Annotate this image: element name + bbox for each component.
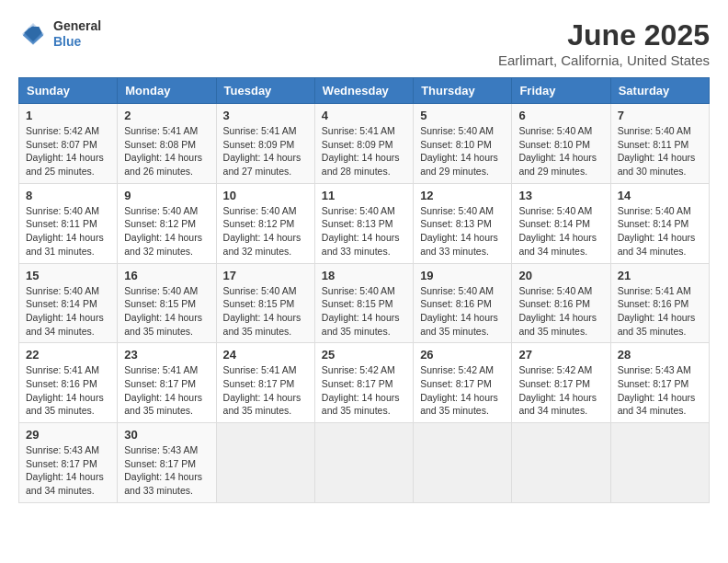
day-cell: 24Sunrise: 5:41 AM Sunset: 8:17 PM Dayli… [216, 343, 314, 423]
days-header-row: SundayMondayTuesdayWednesdayThursdayFrid… [19, 78, 710, 104]
calendar-subtitle: Earlimart, California, United States [498, 52, 710, 68]
day-info: Sunrise: 5:42 AM Sunset: 8:17 PM Dayligh… [322, 364, 400, 416]
day-cell: 7Sunrise: 5:40 AM Sunset: 8:11 PM Daylig… [610, 104, 709, 184]
day-info: Sunrise: 5:41 AM Sunset: 8:17 PM Dayligh… [124, 364, 202, 416]
day-number: 15 [26, 269, 110, 282]
day-number: 7 [618, 109, 702, 122]
day-info: Sunrise: 5:40 AM Sunset: 8:15 PM Dayligh… [223, 285, 301, 337]
day-info: Sunrise: 5:40 AM Sunset: 8:12 PM Dayligh… [223, 205, 301, 257]
day-number: 13 [518, 189, 603, 202]
day-cell: 18Sunrise: 5:40 AM Sunset: 8:15 PM Dayli… [314, 263, 413, 343]
day-cell: 2Sunrise: 5:41 AM Sunset: 8:08 PM Daylig… [118, 104, 216, 184]
day-cell: 6Sunrise: 5:40 AM Sunset: 8:10 PM Daylig… [512, 104, 610, 184]
day-cell: 14Sunrise: 5:40 AM Sunset: 8:14 PM Dayli… [610, 183, 709, 263]
day-info: Sunrise: 5:40 AM Sunset: 8:13 PM Dayligh… [322, 205, 400, 257]
day-cell: 13Sunrise: 5:40 AM Sunset: 8:14 PM Dayli… [512, 183, 610, 263]
day-info: Sunrise: 5:40 AM Sunset: 8:12 PM Dayligh… [124, 205, 202, 257]
svg-marker-3 [24, 27, 41, 41]
day-info: Sunrise: 5:42 AM Sunset: 8:17 PM Dayligh… [420, 364, 498, 416]
day-header-wednesday: Wednesday [314, 78, 413, 104]
day-info: Sunrise: 5:40 AM Sunset: 8:16 PM Dayligh… [420, 285, 498, 337]
day-number: 10 [223, 189, 308, 202]
day-cell: 4Sunrise: 5:41 AM Sunset: 8:09 PM Daylig… [314, 104, 413, 184]
week-row-1: 1Sunrise: 5:42 AM Sunset: 8:07 PM Daylig… [19, 104, 710, 184]
day-number: 11 [322, 189, 406, 202]
day-cell [414, 423, 512, 503]
day-info: Sunrise: 5:41 AM Sunset: 8:09 PM Dayligh… [223, 125, 301, 177]
day-info: Sunrise: 5:40 AM Sunset: 8:13 PM Dayligh… [420, 205, 498, 257]
day-number: 24 [223, 348, 308, 362]
day-cell [512, 423, 610, 503]
day-info: Sunrise: 5:41 AM Sunset: 8:09 PM Dayligh… [322, 125, 400, 177]
logo-text: General Blue [53, 18, 101, 50]
day-number: 16 [124, 269, 209, 282]
day-info: Sunrise: 5:40 AM Sunset: 8:11 PM Dayligh… [26, 205, 104, 257]
day-number: 4 [322, 109, 406, 122]
day-info: Sunrise: 5:40 AM Sunset: 8:14 PM Dayligh… [618, 205, 696, 257]
day-number: 22 [26, 348, 110, 362]
day-info: Sunrise: 5:41 AM Sunset: 8:16 PM Dayligh… [26, 364, 104, 416]
logo-blue: Blue [53, 34, 101, 50]
day-cell: 25Sunrise: 5:42 AM Sunset: 8:17 PM Dayli… [314, 343, 413, 423]
day-info: Sunrise: 5:40 AM Sunset: 8:14 PM Dayligh… [26, 285, 104, 337]
day-number: 5 [420, 109, 505, 122]
day-number: 28 [618, 348, 702, 362]
day-cell: 12Sunrise: 5:40 AM Sunset: 8:13 PM Dayli… [414, 183, 512, 263]
logo-icon [18, 19, 48, 49]
day-cell: 16Sunrise: 5:40 AM Sunset: 8:15 PM Dayli… [118, 263, 216, 343]
calendar-title: June 2025 [498, 18, 710, 52]
day-cell: 28Sunrise: 5:43 AM Sunset: 8:17 PM Dayli… [610, 343, 709, 423]
day-info: Sunrise: 5:42 AM Sunset: 8:17 PM Dayligh… [518, 364, 597, 416]
day-number: 17 [223, 269, 308, 282]
day-cell: 3Sunrise: 5:41 AM Sunset: 8:09 PM Daylig… [216, 104, 314, 184]
day-number: 8 [26, 189, 110, 202]
day-number: 9 [124, 189, 209, 202]
day-header-monday: Monday [118, 78, 216, 104]
day-number: 21 [618, 269, 702, 282]
day-cell: 5Sunrise: 5:40 AM Sunset: 8:10 PM Daylig… [414, 104, 512, 184]
day-number: 29 [26, 428, 110, 442]
day-info: Sunrise: 5:40 AM Sunset: 8:15 PM Dayligh… [124, 285, 202, 337]
day-number: 1 [26, 109, 110, 122]
day-info: Sunrise: 5:43 AM Sunset: 8:17 PM Dayligh… [26, 444, 104, 496]
day-cell: 1Sunrise: 5:42 AM Sunset: 8:07 PM Daylig… [19, 104, 118, 184]
day-number: 2 [124, 109, 209, 122]
day-number: 23 [124, 348, 209, 362]
day-cell [314, 423, 413, 503]
day-info: Sunrise: 5:43 AM Sunset: 8:17 PM Dayligh… [124, 444, 202, 496]
day-cell: 29Sunrise: 5:43 AM Sunset: 8:17 PM Dayli… [19, 423, 118, 503]
day-header-tuesday: Tuesday [216, 78, 314, 104]
day-info: Sunrise: 5:41 AM Sunset: 8:17 PM Dayligh… [223, 364, 301, 416]
week-row-2: 8Sunrise: 5:40 AM Sunset: 8:11 PM Daylig… [19, 183, 710, 263]
day-number: 30 [124, 428, 209, 442]
day-cell: 23Sunrise: 5:41 AM Sunset: 8:17 PM Dayli… [118, 343, 216, 423]
day-number: 3 [223, 109, 308, 122]
day-number: 26 [420, 348, 505, 362]
day-info: Sunrise: 5:40 AM Sunset: 8:14 PM Dayligh… [518, 205, 597, 257]
day-cell: 10Sunrise: 5:40 AM Sunset: 8:12 PM Dayli… [216, 183, 314, 263]
day-cell: 11Sunrise: 5:40 AM Sunset: 8:13 PM Dayli… [314, 183, 413, 263]
day-number: 12 [420, 189, 505, 202]
day-number: 27 [518, 348, 603, 362]
day-number: 18 [322, 269, 406, 282]
day-info: Sunrise: 5:40 AM Sunset: 8:10 PM Dayligh… [518, 125, 597, 177]
logo-general: General [53, 18, 101, 34]
day-number: 6 [518, 109, 603, 122]
day-header-friday: Friday [512, 78, 610, 104]
day-cell [216, 423, 314, 503]
day-info: Sunrise: 5:42 AM Sunset: 8:07 PM Dayligh… [26, 125, 104, 177]
logo: General Blue [18, 18, 101, 50]
day-info: Sunrise: 5:41 AM Sunset: 8:16 PM Dayligh… [618, 285, 696, 337]
day-number: 20 [518, 269, 603, 282]
day-cell [610, 423, 709, 503]
header: General Blue June 2025 Earlimart, Califo… [18, 18, 710, 68]
day-header-saturday: Saturday [610, 78, 709, 104]
day-header-thursday: Thursday [414, 78, 512, 104]
week-row-3: 15Sunrise: 5:40 AM Sunset: 8:14 PM Dayli… [19, 263, 710, 343]
day-cell: 17Sunrise: 5:40 AM Sunset: 8:15 PM Dayli… [216, 263, 314, 343]
day-cell: 19Sunrise: 5:40 AM Sunset: 8:16 PM Dayli… [414, 263, 512, 343]
day-info: Sunrise: 5:43 AM Sunset: 8:17 PM Dayligh… [618, 364, 696, 416]
day-cell: 30Sunrise: 5:43 AM Sunset: 8:17 PM Dayli… [118, 423, 216, 503]
day-cell: 22Sunrise: 5:41 AM Sunset: 8:16 PM Dayli… [19, 343, 118, 423]
day-cell: 9Sunrise: 5:40 AM Sunset: 8:12 PM Daylig… [118, 183, 216, 263]
